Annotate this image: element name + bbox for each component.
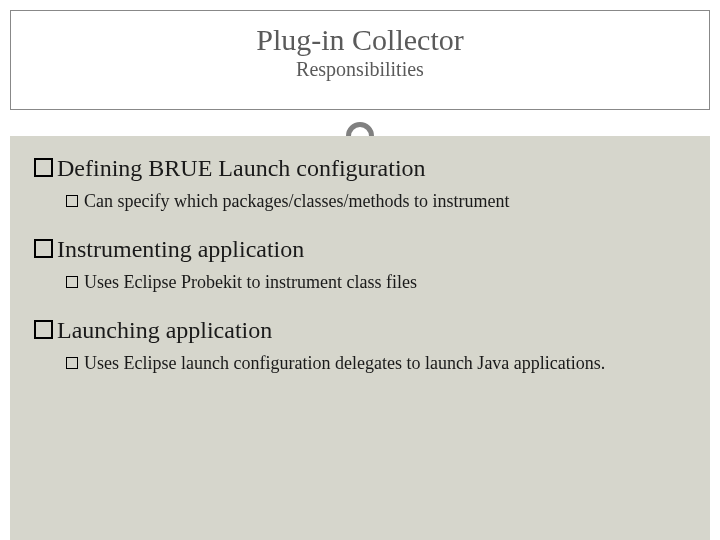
- slide-title: Plug-in Collector: [11, 23, 709, 56]
- bullet-sub-text: Can specify which packages/classes/metho…: [84, 191, 509, 211]
- bullet-sub-text: Uses Eclipse launch configuration delega…: [84, 353, 605, 373]
- square-bullet-icon: [66, 195, 78, 207]
- bullet-item: Instrumenting application Uses Eclipse P…: [34, 235, 686, 294]
- square-bullet-icon: [34, 158, 53, 177]
- bullet-heading-text: Instrumenting application: [57, 236, 304, 262]
- square-bullet-icon: [66, 276, 78, 288]
- slide-header: Plug-in Collector Responsibilities: [10, 10, 710, 110]
- bullet-heading-text: Launching application: [57, 317, 272, 343]
- bullet-sub: Can specify which packages/classes/metho…: [66, 189, 686, 213]
- square-bullet-icon: [34, 320, 53, 339]
- square-bullet-icon: [66, 357, 78, 369]
- bullet-heading: Defining BRUE Launch configuration: [34, 154, 686, 183]
- slide: Plug-in Collector Responsibilities Defin…: [0, 10, 720, 540]
- bullet-sub: Uses Eclipse launch configuration delega…: [66, 351, 686, 375]
- slide-body: Defining BRUE Launch configuration Can s…: [10, 136, 710, 540]
- bullet-sub: Uses Eclipse Probekit to instrument clas…: [66, 270, 686, 294]
- bullet-item: Defining BRUE Launch configuration Can s…: [34, 154, 686, 213]
- bullet-sub-text: Uses Eclipse Probekit to instrument clas…: [84, 272, 417, 292]
- bullet-heading-text: Defining BRUE Launch configuration: [57, 155, 426, 181]
- bullet-heading: Launching application: [34, 316, 686, 345]
- bullet-item: Launching application Uses Eclipse launc…: [34, 316, 686, 375]
- square-bullet-icon: [34, 239, 53, 258]
- bullet-heading: Instrumenting application: [34, 235, 686, 264]
- slide-subtitle: Responsibilities: [11, 58, 709, 81]
